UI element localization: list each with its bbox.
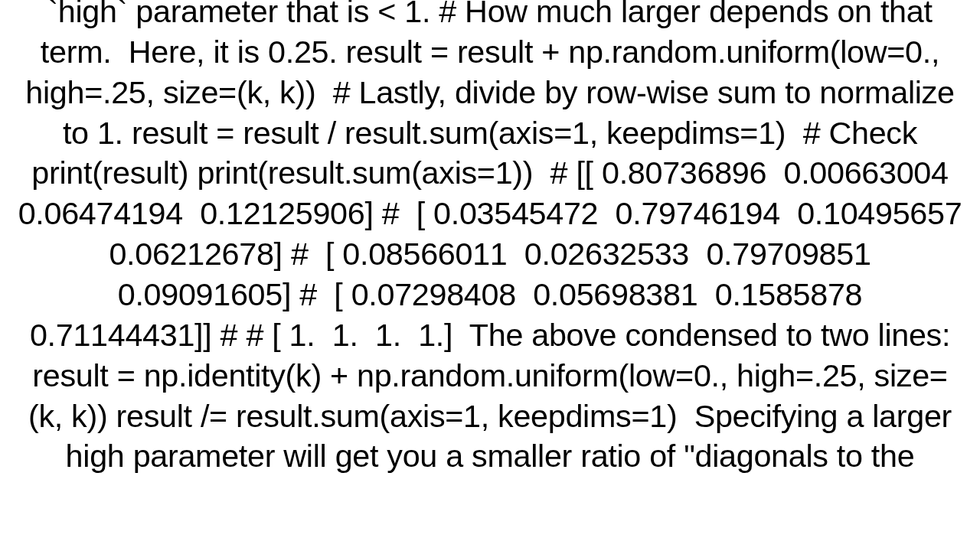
document-body: `high` parameter that is < 1. # How much…: [0, 0, 980, 551]
body-text: `high` parameter that is < 1. # How much…: [15, 0, 965, 477]
